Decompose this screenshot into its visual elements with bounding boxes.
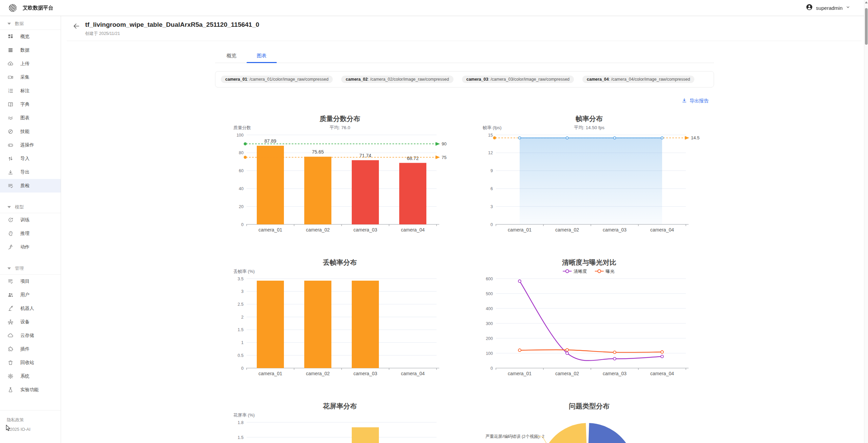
svg-text:500: 500	[486, 291, 493, 296]
sidebar-group-label: 数据	[15, 21, 24, 27]
chevron-down-icon	[846, 5, 850, 11]
export-report-label: 导出报告	[690, 98, 709, 104]
svg-text:2: 2	[241, 315, 244, 320]
sidebar-item-采集[interactable]: 采集	[0, 71, 61, 84]
camera-topic-chip: camera_03: /camera_03/color/image_raw/co…	[462, 76, 574, 83]
cloud-upload-icon	[7, 61, 14, 67]
svg-text:丢帧率分布: 丢帧率分布	[323, 259, 357, 266]
svg-text:0.5: 0.5	[237, 353, 243, 358]
svg-text:camera_02: camera_02	[306, 227, 330, 233]
svg-text:camera_04: camera_04	[401, 227, 425, 233]
tab-概览[interactable]: 概览	[216, 49, 247, 63]
sidebar-item-label: 上传	[20, 61, 30, 67]
caret-down-icon	[7, 23, 11, 25]
privacy-policy-link[interactable]: 隐私政策	[7, 415, 61, 425]
chart-droprate: 丢帧率分布丢帧率 (%)00.511.522.533.5camera_01cam…	[215, 256, 465, 378]
sidebar-item-训练[interactable]: 训练	[0, 213, 61, 227]
sidebar-item-导入[interactable]: 导入	[0, 152, 61, 165]
sidebar-group-header[interactable]: 数据	[0, 18, 61, 29]
back-arrow-icon[interactable]	[72, 22, 80, 30]
svg-text:100: 100	[486, 351, 493, 356]
sidebar-item-项目[interactable]: 项目	[0, 275, 61, 288]
svg-text:质量分数分布: 质量分数分布	[319, 115, 360, 122]
svg-text:3: 3	[8, 92, 9, 93]
svg-text:60: 60	[239, 168, 244, 173]
svg-text:花屏率分布: 花屏率分布	[323, 402, 357, 410]
sidebar-item-推理[interactable]: ?推理	[0, 227, 61, 240]
sidebar-item-label: 云存储	[20, 333, 34, 339]
svg-text:75.65: 75.65	[312, 149, 324, 155]
sidebar-item-插件[interactable]: 插件	[0, 342, 61, 356]
svg-text:1: 1	[241, 340, 244, 345]
svg-text:camera_01: camera_01	[508, 227, 532, 233]
created-date: 创建于 2025/11/21	[85, 31, 259, 37]
svg-text:帧率 (fps): 帧率 (fps)	[483, 125, 502, 130]
svg-text:1.5: 1.5	[237, 327, 243, 332]
sidebar-item-遥操作[interactable]: 遥操作	[0, 138, 61, 152]
scrollbar-thumb[interactable]	[865, 8, 868, 45]
sidebar-item-实验功能[interactable]: 实验功能	[0, 383, 61, 397]
head-question-icon: ?	[7, 230, 14, 237]
topbar: 艾欧数据平台 superadmin	[0, 0, 868, 16]
sidebar-item-上传[interactable]: 上传	[0, 57, 61, 71]
sidebar-item-质检[interactable]: 质检	[0, 179, 61, 193]
sidebar-group-header[interactable]: 管理	[0, 263, 61, 274]
sidebar-item-图表[interactable]: 图表	[0, 111, 61, 125]
svg-text:90: 90	[442, 141, 446, 146]
sidebar-item-用户[interactable]: 用户	[0, 288, 61, 302]
user-menu[interactable]: superadmin	[806, 3, 850, 12]
database-list-icon	[7, 47, 14, 53]
sidebar-item-导出[interactable]: 导出	[0, 165, 61, 179]
svg-text:camera_03: camera_03	[353, 227, 377, 233]
sidebar-item-云存储[interactable]: 云存储	[0, 329, 61, 342]
svg-text:3: 3	[490, 204, 493, 209]
svg-text:200: 200	[486, 336, 493, 341]
main-content: tf_livingroom_wipe_table_DualArxR5a_2511…	[61, 0, 868, 443]
chart-clarity: 清晰度与曝光对比清晰度曝光0100200300400500600camera_0…	[465, 256, 714, 378]
page-title: tf_livingroom_wipe_table_DualArxR5a_2511…	[85, 21, 259, 29]
sidebar: 数据概览数据上传采集123标注字典图表技能遥操作导入导出质检模型训练?推理动作管…	[0, 16, 61, 443]
sidebar-item-技能[interactable]: 技能	[0, 125, 61, 138]
sidebar-item-label: 系统	[20, 373, 30, 379]
sidebar-item-label: 字典	[20, 101, 30, 107]
svg-text:清晰度与曝光对比: 清晰度与曝光对比	[562, 259, 616, 266]
svg-text:87.89: 87.89	[264, 138, 276, 144]
user-name: superadmin	[816, 5, 843, 11]
import-arrows-icon	[7, 156, 14, 162]
sidebar-group-header[interactable]: 模型	[0, 201, 61, 213]
sidebar-item-系统[interactable]: 系统	[0, 369, 61, 383]
sidebar-item-标注[interactable]: 123标注	[0, 84, 61, 98]
svg-text:400: 400	[486, 306, 493, 311]
sidebar-group: 管理项目用户机器人设备云存储插件回收站系统实验功能	[0, 263, 61, 397]
export-report-button[interactable]: 导出报告	[681, 98, 709, 104]
sidebar-item-设备[interactable]: 设备	[0, 315, 61, 329]
ordered-list-icon: 123	[7, 88, 14, 94]
svg-text:6: 6	[490, 186, 493, 191]
camera-topic-list: camera_01: /camera_01/color/image_raw/co…	[215, 71, 714, 87]
svg-text:camera_04: camera_04	[650, 371, 674, 376]
svg-text:68.72: 68.72	[407, 156, 419, 161]
svg-text:75: 75	[442, 155, 446, 160]
page-scrollbar[interactable]	[864, 0, 868, 443]
chart-issues: 问题类型分布严重花屏/编码错误 (2个视频): 2	[465, 400, 714, 443]
sidebar-item-label: 机器人	[20, 305, 34, 311]
svg-text:14.5: 14.5	[691, 135, 699, 140]
sidebar-item-label: 设备	[20, 319, 30, 325]
sidebar-item-label: 标注	[20, 88, 30, 94]
sidebar-item-字典[interactable]: 字典	[0, 98, 61, 111]
sidebar-item-机器人[interactable]: 机器人	[0, 302, 61, 315]
sidebar-item-回收站[interactable]: 回收站	[0, 356, 61, 369]
sidebar-item-数据[interactable]: 数据	[0, 43, 61, 57]
svg-text:camera_04: camera_04	[650, 227, 674, 233]
gear-icon	[7, 373, 14, 379]
chart-quality: 质量分数分布平均: 76.0质量分数020406080100camera_01c…	[215, 113, 465, 235]
caret-down-icon	[7, 267, 11, 269]
svg-text:camera_01: camera_01	[258, 227, 282, 233]
scroll-up-icon[interactable]	[865, 1, 868, 3]
sidebar-item-label: 采集	[20, 74, 30, 80]
sidebar-item-动作[interactable]: 动作	[0, 240, 61, 254]
sidebar-item-概览[interactable]: 概览	[0, 30, 61, 43]
svg-text:camera_02: camera_02	[555, 371, 579, 376]
svg-text:帧率分布: 帧率分布	[576, 115, 603, 122]
tab-图表[interactable]: 图表	[247, 49, 277, 63]
